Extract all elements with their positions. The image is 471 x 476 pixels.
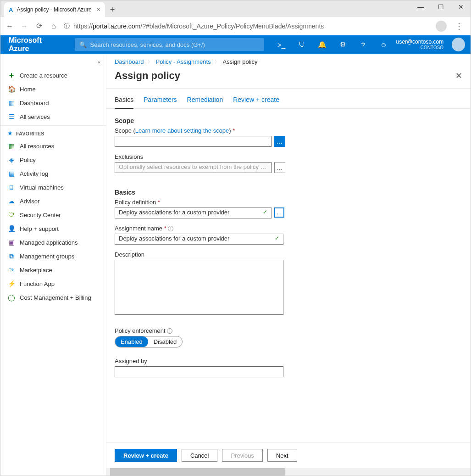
sidebar-item-label: Virtual machines [20, 184, 64, 191]
service-icon: 🛍 [8, 266, 15, 274]
browser-tab[interactable]: A Assign policy - Microsoft Azure × [4, 2, 105, 17]
service-icon: ▤ [8, 170, 15, 177]
window-close[interactable]: ✕ [451, 0, 471, 14]
sidebar-all-services[interactable]: ☰ All services [0, 110, 106, 123]
tenant-name: CONTOSO [396, 45, 444, 50]
description-textarea[interactable] [115, 260, 283, 315]
sidebar-dashboard[interactable]: ▦ Dashboard [0, 96, 106, 110]
service-icon: ◯ [8, 294, 15, 301]
service-icon: ◈ [8, 156, 15, 163]
scope-picker-button[interactable]: … [274, 136, 285, 147]
address-bar[interactable]: ⓘ https://portal.azure.com/?#blade/Micro… [64, 22, 430, 30]
sidebar-item-label: Activity log [20, 170, 48, 177]
window-minimize[interactable]: — [410, 0, 431, 14]
global-search[interactable]: 🔍 [75, 38, 265, 51]
search-input[interactable] [90, 41, 260, 48]
sidebar-home[interactable]: 🏠 Home [0, 82, 106, 96]
plus-icon: + [8, 72, 15, 79]
sidebar-item[interactable]: 👤Help + support [0, 222, 106, 235]
sidebar-item-label: Security Center [20, 212, 61, 218]
info-icon[interactable]: i [167, 328, 172, 334]
cloud-shell-icon[interactable]: >_ [273, 41, 289, 49]
tab-close-icon[interactable]: × [97, 6, 100, 13]
user-account[interactable]: user@contoso.com CONTOSO [396, 39, 444, 50]
settings-icon[interactable]: ⚙ [335, 40, 351, 49]
sidebar-item-label: Cost Management + Billing [20, 294, 91, 301]
list-icon: ☰ [8, 113, 15, 120]
tab-remediation[interactable]: Remediation [187, 96, 223, 108]
url-text: https://portal.azure.com/?#blade/Microso… [73, 22, 324, 30]
scope-learn-more-link[interactable]: Learn more about setting the scope [135, 127, 229, 134]
sidebar-item[interactable]: ☁Advisor [0, 194, 106, 208]
service-icon: 🛡 [8, 211, 15, 218]
breadcrumb-policy[interactable]: Policy - Assignments [156, 58, 211, 65]
sidebar-item[interactable]: 🛡Security Center [0, 208, 106, 222]
horizontal-scrollbar[interactable] [106, 468, 471, 476]
scope-input[interactable] [115, 136, 272, 147]
exclusions-input[interactable]: Optionally select resources to exempt fr… [115, 162, 272, 173]
policy-definition-input[interactable]: Deploy associations for a custom provide… [115, 207, 272, 218]
sidebar-collapse-icon[interactable]: « [0, 58, 106, 68]
valid-check-icon: ✓ [263, 209, 267, 215]
reload-icon[interactable]: ⟳ [34, 22, 44, 30]
service-icon: ⚡ [8, 280, 15, 287]
assigned-by-label: Assigned by [115, 358, 462, 364]
sidebar-item[interactable]: ◯Cost Management + Billing [0, 291, 106, 304]
toggle-disabled[interactable]: Disabled [148, 336, 183, 347]
tab-title: Assign policy - Microsoft Azure [17, 6, 93, 13]
exclusions-picker-button[interactable]: … [274, 162, 285, 173]
exclusions-label: Exclusions [115, 153, 462, 160]
tab-review-create[interactable]: Review + create [233, 96, 279, 108]
site-info-icon[interactable]: ⓘ [64, 22, 70, 30]
sidebar: « + Create a resource 🏠 Home ▦ Dashboard… [0, 54, 106, 476]
info-icon[interactable]: i [168, 226, 173, 231]
next-button[interactable]: Next [267, 449, 297, 462]
sidebar-item[interactable]: ▤Activity log [0, 167, 106, 180]
sidebar-item-label: Managed applications [20, 239, 78, 246]
tab-basics[interactable]: Basics [115, 96, 133, 109]
sidebar-item[interactable]: 🛍Marketplace [0, 263, 106, 277]
assigned-by-input[interactable] [115, 366, 283, 377]
footer-bar: Review + create Cancel Previous Next [106, 442, 471, 468]
window-maximize[interactable]: ☐ [431, 0, 451, 14]
browser-chrome: — ☐ ✕ A Assign policy - Microsoft Azure … [0, 0, 471, 35]
previous-button[interactable]: Previous [222, 449, 263, 462]
forward-icon[interactable]: → [20, 22, 29, 30]
back-icon[interactable]: ← [5, 22, 14, 30]
search-icon: 🔍 [79, 41, 87, 48]
cancel-button[interactable]: Cancel [182, 449, 217, 462]
chevron-right-icon: 〉 [215, 59, 219, 65]
feedback-icon[interactable]: ☺ [376, 41, 392, 49]
home-icon: 🏠 [8, 85, 15, 93]
user-email: user@contoso.com [396, 39, 444, 45]
close-blade-icon[interactable]: ✕ [455, 71, 462, 81]
browser-menu-icon[interactable]: ⋮ [452, 21, 466, 31]
sidebar-item[interactable]: ◈Policy [0, 153, 106, 167]
enforcement-toggle[interactable]: Enabled Disabled [115, 336, 183, 347]
azure-logo[interactable]: Microsoft Azure [0, 36, 70, 53]
sidebar-item-label: Function App [20, 280, 55, 287]
help-icon[interactable]: ? [355, 41, 371, 49]
tab-bar: Basics Parameters Remediation Review + c… [106, 89, 471, 109]
basics-section-title: Basics [115, 189, 462, 196]
tab-parameters[interactable]: Parameters [144, 96, 177, 108]
new-tab-button[interactable]: + [105, 2, 120, 17]
sidebar-item[interactable]: ▦All resources [0, 139, 106, 153]
sidebar-item[interactable]: ⧉Management groups [0, 249, 106, 263]
sidebar-item[interactable]: ⚡Function App [0, 277, 106, 291]
sidebar-item-label: Marketplace [20, 267, 52, 274]
sidebar-create-resource[interactable]: + Create a resource [0, 68, 106, 82]
review-create-button[interactable]: Review + create [115, 449, 177, 462]
toggle-enabled[interactable]: Enabled [115, 336, 148, 347]
dashboard-icon: ▦ [8, 99, 15, 106]
home-icon[interactable]: ⌂ [49, 22, 58, 30]
user-avatar[interactable] [452, 38, 465, 51]
policy-definition-picker-button[interactable]: … [274, 207, 284, 218]
sidebar-item[interactable]: ▣Managed applications [0, 235, 106, 249]
profile-avatar[interactable] [436, 21, 447, 32]
sidebar-item[interactable]: 🖥Virtual machines [0, 180, 106, 194]
notifications-icon[interactable]: 🔔 [314, 40, 330, 49]
directory-filter-icon[interactable]: ⛉ [294, 41, 310, 49]
assignment-name-input[interactable]: Deploy associations for a custom provide… [115, 234, 283, 245]
breadcrumb-dashboard[interactable]: Dashboard [115, 58, 144, 65]
